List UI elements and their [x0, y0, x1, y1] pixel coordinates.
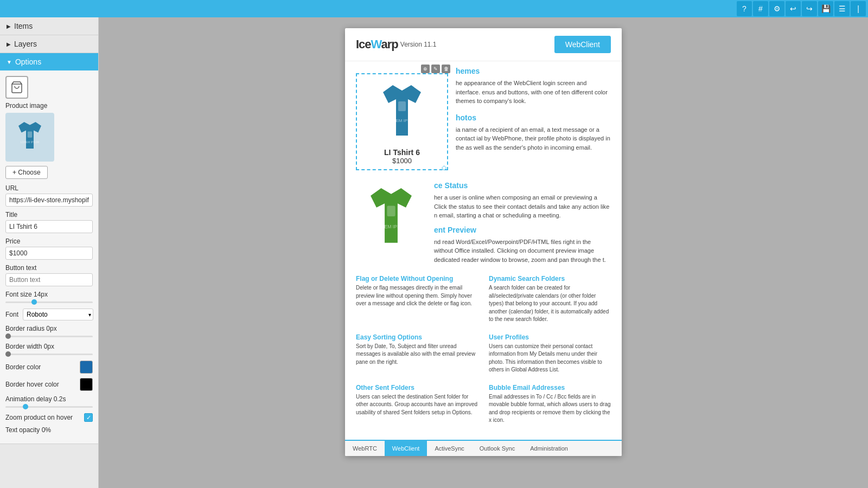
items-label: Items [14, 22, 33, 30]
svg-text:LOREM IPSUM: LOREM IPSUM [21, 141, 39, 144]
chevron-right-icon-layers: ▶ [7, 41, 11, 47]
animation-delay-slider[interactable] [5, 404, 93, 409]
svg-rect-2 [28, 132, 32, 138]
text-opacity-group: Text opacity 0% [5, 426, 93, 434]
choose-button[interactable]: + Choose [5, 166, 48, 179]
card-delete-btn[interactable]: 🗑 [442, 65, 450, 73]
tab-activesync[interactable]: ActiveSync [427, 441, 471, 456]
feature-profiles: User Profiles Users can customize their … [489, 333, 611, 374]
sidebar-section-items: ▶ Items [0, 17, 98, 35]
product-tshirt-blue: LOREM IPSUM [372, 79, 432, 144]
feature-sort: Easy Sorting Options Sort by Date, To, S… [356, 333, 478, 374]
features-section: Flag or Delete Without Opening Delete or… [345, 269, 622, 440]
product-img-green: LOREM IPSUM [356, 181, 426, 252]
card-copy-btn[interactable]: ⊕ [421, 65, 430, 73]
card-edit-btn[interactable]: ✎ [431, 65, 440, 73]
chevron-right-icon: ▶ [7, 23, 11, 29]
font-label: Font [5, 311, 18, 318]
tab-outlooksync[interactable]: Outlook Sync [472, 441, 522, 456]
feature-flag-title: Flag or Delete Without Opening [356, 275, 478, 282]
url-field-group: URL [5, 184, 93, 207]
sidebar-section-layers: ▶ Layers [0, 35, 98, 53]
tab-administration[interactable]: Administration [522, 441, 576, 456]
url-input[interactable] [5, 194, 93, 207]
title-label: Title [5, 211, 93, 219]
preview-document: IceWarp Version 11.1 WebClient ⊕ ✎ [345, 28, 622, 456]
version-text: Version 11.1 [400, 41, 437, 48]
section-themes: hemes he appearance of the WebClient log… [456, 67, 611, 106]
product-image-label: Product image [5, 102, 47, 110]
feature-sent-text: Users can select the destination Sent fo… [356, 393, 478, 417]
tab-webrtc[interactable]: WebRTC [345, 441, 385, 456]
border-hover-color-label: Border hover color [5, 381, 75, 388]
font-size-slider[interactable] [5, 300, 93, 304]
product-card-title: LI Tshirt 6 [361, 148, 443, 157]
features-grid: Flag or Delete Without Opening Delete or… [356, 275, 611, 429]
extra-icon-btn[interactable]: | [851, 1, 866, 16]
section-themes-text: he appearance of the WebClient login scr… [456, 79, 611, 106]
border-hover-color-row: Border hover color [5, 378, 93, 391]
card-controls: ⊕ ✎ 🗑 [421, 65, 450, 73]
border-width-label: Border width 0px [5, 343, 93, 350]
product-image-area: Product image LOREM IPSUM + Choose [5, 76, 93, 179]
svg-rect-5 [398, 101, 406, 111]
border-radius-group: Border radius 0px [5, 325, 93, 338]
feature-flag: Flag or Delete Without Opening Delete or… [356, 275, 478, 324]
border-color-label: Border color [5, 363, 75, 371]
feature-search: Dynamic Search Folders A search folder c… [489, 275, 611, 324]
price-input[interactable] [5, 247, 93, 260]
tab-webclient[interactable]: WebClient [385, 441, 427, 456]
section-photos-title: hotos [456, 113, 611, 122]
border-color-swatch[interactable] [80, 361, 93, 374]
feature-sent: Other Sent Folders Users can select the … [356, 384, 478, 425]
font-select-wrapper: Roboto Arial Times New Roman [23, 309, 93, 320]
product-card-wrapper: ⊕ ✎ 🗑 LOREM IPSUM LI Tshirt 6 [356, 67, 448, 170]
options-content: Product image LOREM IPSUM + Choose URL [0, 70, 98, 444]
menu-icon-btn[interactable]: ☰ [834, 1, 850, 16]
save-icon-btn[interactable]: 💾 [818, 1, 833, 16]
zoom-hover-label: Zoom product on hover [5, 414, 81, 421]
grid-icon-btn[interactable]: # [753, 1, 768, 16]
border-radius-slider[interactable] [5, 334, 93, 338]
feature-sent-title: Other Sent Folders [356, 384, 478, 391]
webclient-button[interactable]: WebClient [554, 36, 611, 53]
section-docpreview-title: ent Preview [434, 226, 611, 234]
feature-flag-text: Delete or flag messages directly in the … [356, 284, 478, 308]
doc-header: IceWarp Version 11.1 WebClient [345, 28, 622, 61]
border-width-slider[interactable] [5, 352, 93, 356]
animation-delay-group: Animation delay 0.2s [5, 395, 93, 409]
product-overlay-area: ⊕ ✎ 🗑 LOREM IPSUM LI Tshirt 6 [345, 61, 622, 181]
animation-delay-label: Animation delay 0.2s [5, 395, 93, 403]
button-text-field-group: Button text [5, 264, 93, 286]
main-content: IceWarp Version 11.1 WebClient ⊕ ✎ [99, 17, 868, 488]
product-card: LOREM IPSUM LI Tshirt 6 $1000 [356, 73, 448, 170]
sidebar-item-layers[interactable]: ▶ Layers [0, 35, 98, 53]
tshirt-preview-svg: LOREM IPSUM [11, 118, 49, 156]
zoom-hover-checkbox[interactable] [84, 413, 93, 422]
undo-icon-btn[interactable]: ↩ [786, 1, 801, 16]
font-select[interactable]: Roboto Arial Times New Roman [23, 309, 93, 320]
sidebar-item-options[interactable]: ▼ Options [0, 53, 98, 70]
doc-text-content: hemes he appearance of the WebClient log… [448, 67, 611, 170]
feature-bubble-text: Email addresses in To / Cc / Bcc fields … [489, 393, 611, 425]
resize-handle[interactable]: ◇ [442, 164, 447, 169]
button-text-input[interactable] [5, 273, 93, 286]
doc-logo: IceWarp Version 11.1 [356, 37, 437, 52]
feature-search-title: Dynamic Search Folders [489, 275, 611, 282]
chevron-down-icon: ▼ [7, 59, 12, 65]
settings-icon-btn[interactable]: ⚙ [769, 1, 784, 16]
product-row-text-2: ce Status her a user is online when comp… [434, 181, 611, 264]
product-img-preview: LOREM IPSUM [5, 113, 54, 162]
sidebar-item-items[interactable]: ▶ Items [0, 17, 98, 35]
zoom-hover-row: Zoom product on hover [5, 413, 93, 422]
help-icon-btn[interactable]: ? [737, 1, 752, 16]
redo-icon-btn[interactable]: ↪ [802, 1, 817, 16]
title-input[interactable] [5, 220, 93, 233]
feature-bubble: Bubble Email Addresses Email addresses i… [489, 384, 611, 425]
border-hover-color-swatch[interactable] [80, 378, 93, 391]
font-row: Font Roboto Arial Times New Roman [5, 309, 93, 320]
url-label: URL [5, 184, 93, 192]
logo-text: IceWarp [356, 37, 398, 52]
product-icon-box[interactable] [5, 76, 28, 99]
svg-text:LOREM IPSUM: LOREM IPSUM [387, 118, 417, 123]
